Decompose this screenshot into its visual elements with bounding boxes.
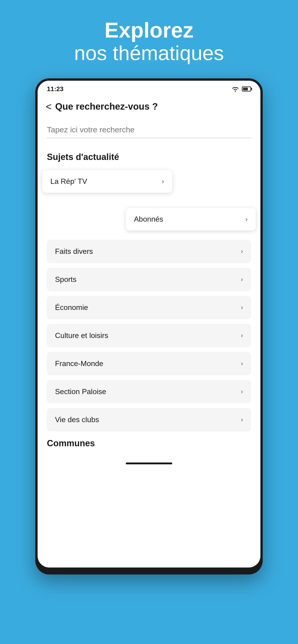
floating-card-abonnes-chevron: › [245, 215, 248, 223]
section1-title: Sujets d'actualité [38, 152, 260, 162]
hero-line2: nos thématiques [74, 42, 224, 64]
menu-item-vie-des-clubs[interactable]: Vie des clubs › [47, 408, 251, 432]
status-time: 11:23 [47, 85, 64, 93]
menu-items-list: Faits divers › Sports › Économie › Cultu… [38, 240, 260, 432]
menu-item-section-paloise[interactable]: Section Paloise › [47, 380, 251, 403]
status-bar: 11:23 [38, 81, 260, 95]
menu-item-france-monde-chevron: › [241, 360, 243, 367]
menu-item-france-monde[interactable]: France-Monde › [47, 352, 251, 375]
battery-fill [243, 88, 248, 90]
menu-item-culture-et-loisirs[interactable]: Culture et loisirs › [47, 324, 251, 347]
floating-card-la-rep-tv-chevron: › [162, 177, 164, 185]
menu-item-faits-divers-label: Faits divers [55, 247, 93, 256]
phone-container: 11:23 < Que recherchez-vous ? [35, 78, 263, 574]
menu-item-sports-label: Sports [55, 275, 76, 284]
search-section [38, 120, 260, 145]
menu-item-sports[interactable]: Sports › [47, 268, 251, 291]
battery-icon [242, 86, 251, 92]
floating-card-abonnes-label: Abonnés [134, 215, 163, 224]
menu-item-section-paloise-label: Section Paloise [55, 387, 106, 396]
menu-item-france-monde-label: France-Monde [55, 359, 103, 368]
menu-item-faits-divers[interactable]: Faits divers › [47, 240, 251, 263]
back-button[interactable]: < [45, 100, 55, 114]
menu-item-vie-des-clubs-label: Vie des clubs [55, 416, 99, 424]
nav-header: < Que recherchez-vous ? [38, 95, 260, 120]
svg-point-0 [235, 90, 236, 92]
phone-home-indicator [38, 458, 260, 469]
home-bar [126, 462, 172, 464]
menu-item-faits-divers-chevron: › [241, 248, 243, 255]
floating-cards-wrapper: La Rép' TV › Abonnés › [38, 168, 260, 233]
menu-item-sports-chevron: › [241, 276, 243, 283]
floating-card-abonnes[interactable]: Abonnés › [126, 208, 256, 230]
status-icons [231, 86, 251, 92]
nav-title: Que recherchez-vous ? [55, 101, 158, 112]
menu-item-vie-des-clubs-chevron: › [241, 416, 243, 423]
floating-card-la-rep-tv-label: La Rép' TV [50, 177, 87, 186]
menu-item-section-paloise-chevron: › [241, 388, 243, 395]
search-input[interactable] [47, 123, 251, 138]
hero-title: Explorez nos thématiques [74, 18, 224, 64]
floating-card-la-rep-tv[interactable]: La Rép' TV › [42, 170, 172, 193]
section2-title: Communes [38, 432, 260, 448]
menu-item-economie-label: Économie [55, 303, 88, 312]
content-area: Sujets d'actualité La Rép' TV › Abonnés … [38, 145, 260, 458]
menu-item-culture-et-loisirs-chevron: › [241, 332, 243, 339]
menu-item-economie-chevron: › [241, 304, 243, 311]
hero-line1: Explorez [74, 18, 224, 42]
wifi-icon [231, 86, 239, 92]
menu-item-culture-et-loisirs-label: Culture et loisirs [55, 331, 108, 340]
phone-screen: 11:23 < Que recherchez-vous ? [38, 81, 260, 568]
menu-item-economie[interactable]: Économie › [47, 296, 251, 319]
